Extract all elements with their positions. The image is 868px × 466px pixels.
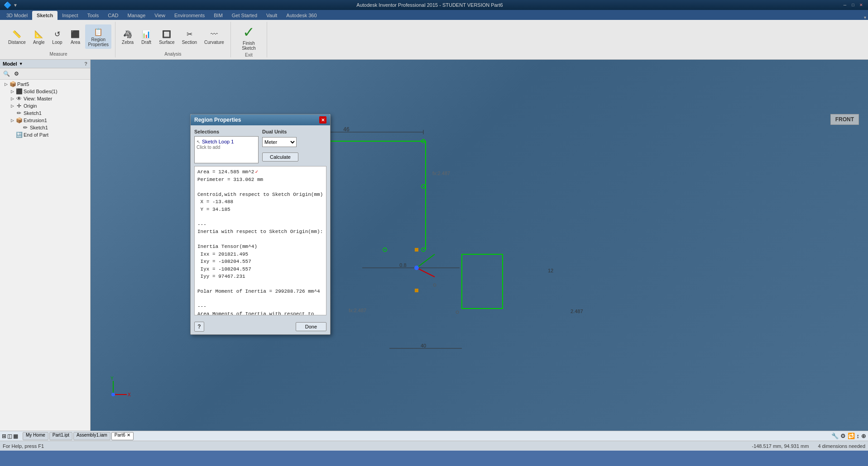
result-iyy: Iyy = 97467.231 [197,273,323,281]
tab-getstarted[interactable]: Get Started [227,11,262,20]
extrusion-icon: 📦 [15,117,23,124]
viewport[interactable]: FRONT 46 12 fx:2.487 [91,60,868,431]
draft-icon: 📊 [141,29,152,40]
expand-icon: ▷ [9,96,15,101]
tool-icon-1[interactable]: 🔧 [831,433,839,439]
finish-sketch-button[interactable]: ✓ FinishSketch [237,22,260,52]
tree-item-origin[interactable]: ▷ ✛ Origin [1,102,89,109]
ribbon-collapse[interactable]: ▾ [864,15,866,20]
curvature-button[interactable]: 〰 Curvature [201,27,227,47]
tree-label-end-of-part: End of Part [24,132,48,138]
tab-tools[interactable]: Tools [83,11,104,20]
result-area-moments-header: Area Moments of Inertia with respect to … [197,310,323,316]
tab-part1[interactable]: Part1.ipt [49,432,72,440]
svg-point-28 [414,266,419,270]
draft-button[interactable]: 📊 Draft [138,27,154,47]
exit-buttons: ✓ FinishSketch [237,22,260,52]
maximize-button[interactable]: □ [850,2,856,8]
section-button[interactable]: ✂ Section [179,27,200,47]
tab-view[interactable]: View [150,11,170,20]
region-properties-button[interactable]: 📋 RegionProperties [85,24,111,49]
result-blank5 [197,281,323,288]
zebra-button[interactable]: 🦓 Zebra [119,27,136,47]
solid-bodies-icon: ⬛ [15,88,23,95]
sidebar-filter-button[interactable]: 🔍 [2,69,11,78]
nav-icon-3[interactable]: ▦ [13,433,18,439]
tool-icon-5[interactable]: ⊕ [861,433,866,439]
result-perimeter: Perimeter = 313.062 mm [197,176,323,184]
app-menu[interactable]: ▼ [13,3,18,8]
loop-label: Loop [52,40,62,45]
sidebar-expand-icon[interactable]: ▼ [19,62,23,66]
result-area: Area = 124.585 mm^2 ✓ [197,168,323,176]
expand-icon: ▷ [9,89,15,94]
dual-units-select[interactable]: Meter Centimeter Millimeter Inch [262,137,297,147]
tab-cad[interactable]: CAD [103,11,123,20]
tab-my-home[interactable]: My Home [23,432,48,440]
distance-button[interactable]: 📏 Distance [5,27,29,47]
area-button[interactable]: ⬛ Area [67,27,83,47]
tab-assembly1[interactable]: Assembly1.iam [73,432,110,440]
tab-environments[interactable]: Environments [170,11,209,20]
sidebar-settings-button[interactable]: ⚙ [12,69,21,78]
dialog-title-bar[interactable]: Region Properties ✕ [191,114,330,125]
done-button[interactable]: Done [296,322,326,331]
tab-sketch[interactable]: Sketch [32,11,58,20]
draft-label: Draft [141,40,151,45]
distance-icon: 📏 [11,29,22,40]
result-ixy: Ixy = -108204.557 [197,258,323,266]
zebra-icon: 🦓 [122,29,133,40]
tab-vault[interactable]: Vault [262,11,282,20]
title-bar-controls: ─ □ ✕ [842,2,864,8]
sidebar-help-icon[interactable]: ? [84,61,87,67]
selections-box[interactable]: ↖ Sketch Loop 1 Click to add [194,136,259,163]
svg-text:X: X [128,392,131,397]
dialog-close-button[interactable]: ✕ [319,116,326,124]
expand-icon: ▷ [9,104,15,108]
svg-text:46: 46 [343,126,350,133]
svg-point-23 [422,185,425,188]
result-blank2 [197,213,323,221]
measure-group: 📏 Distance 📐 Angle ↺ Loop ⬛ Area 📋 Regio… [2,22,115,57]
tree-item-end-of-part[interactable]: 🔚 End of Part [1,131,89,138]
result-centroid-y: Y = 34.185 [197,206,323,214]
tree-item-extrusion1[interactable]: ▷ 📦 Extrusion1 [1,117,89,124]
tree-item-part5[interactable]: ▷ 📦 Part5 [1,81,89,88]
sidebar-header-left: Model ▼ [3,61,23,67]
tree-label-part5: Part5 [17,81,29,87]
dual-units-section: Dual Units Meter Centimeter Millimeter I… [262,129,326,163]
loop-button[interactable]: ↺ Loop [49,27,65,47]
tab-3dmodel[interactable]: 3D Model [2,11,32,20]
expand-icon: ▷ [9,118,15,123]
tool-icon-4[interactable]: ↕ [857,433,860,439]
tool-icon-2[interactable]: ⚙ [840,433,846,439]
close-button[interactable]: ✕ [858,2,864,8]
tree-item-solid-bodies[interactable]: ▷ ⬛ Solid Bodies(1) [1,88,89,95]
tab-bim[interactable]: BIM [209,11,227,20]
tab-autodesk360[interactable]: Autodesk 360 [282,11,321,20]
axes-widget: X Y [104,376,131,404]
result-blank1 [197,183,323,191]
svg-text:fx:2.487: fx:2.487 [432,171,450,176]
tree-item-sketch1-sub[interactable]: ✏ Sketch1 [1,124,89,131]
help-button[interactable]: ? [194,322,204,332]
nav-icon-2[interactable]: ◫ [7,433,12,439]
tree-item-sketch1[interactable]: ✏ Sketch1 [1,109,89,117]
tab-inspect[interactable]: Inspect [58,11,82,20]
calculate-button[interactable]: Calculate [262,152,298,162]
tab-manage[interactable]: Manage [123,11,150,20]
surface-button[interactable]: 🔲 Surface [156,27,177,47]
minimize-button[interactable]: ─ [842,2,848,8]
ribbon-tabs: 3D Model Sketch Inspect Tools CAD Manage… [0,10,868,20]
result-blank4 [197,236,323,243]
tool-icon-3[interactable]: 🔁 [848,433,855,439]
tree-item-view-master[interactable]: ▷ 👁 View: Master [1,95,89,102]
ribbon-spacer [267,22,866,57]
section-icon: ✂ [184,29,195,40]
exit-group: ✓ FinishSketch Exit [231,22,267,57]
nav-icons: ⊞ ◫ ▦ [2,433,22,439]
svg-text:Y: Y [110,376,114,381]
tab-part6[interactable]: Part6 ✕ [111,432,134,440]
nav-icon-1[interactable]: ⊞ [2,433,6,439]
angle-button[interactable]: 📐 Angle [30,27,48,47]
